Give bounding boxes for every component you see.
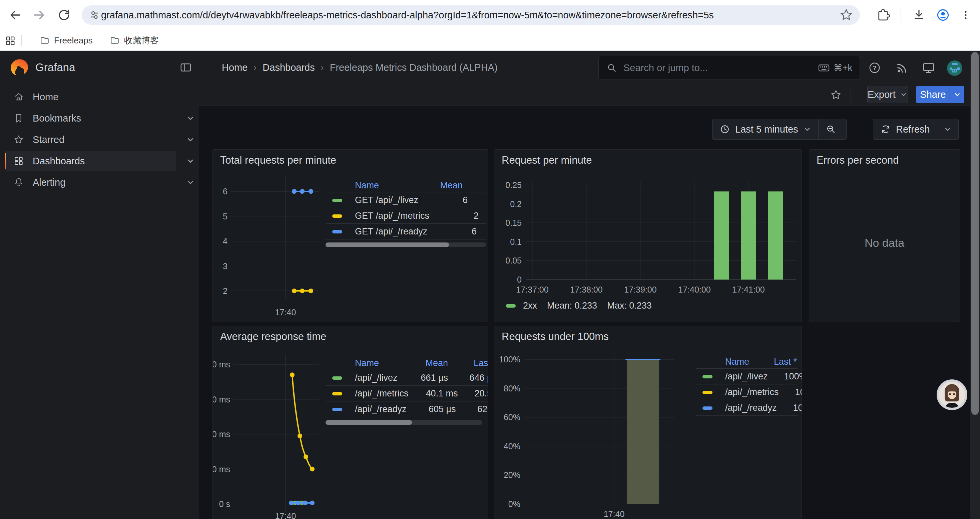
svg-text:60 ms: 60 ms xyxy=(213,395,230,404)
sidebar-item-dashboards[interactable]: Dashboards xyxy=(5,151,176,171)
breadcrumb-home[interactable]: Home xyxy=(222,62,248,73)
svg-text:80 ms: 80 ms xyxy=(213,360,230,369)
svg-text:17:37:00: 17:37:00 xyxy=(516,285,548,294)
search-icon xyxy=(606,62,617,73)
downloads-icon[interactable] xyxy=(912,8,926,22)
address-bar[interactable]: grafana.mathmast.com/d/deytv4rwavabkb/fr… xyxy=(82,5,860,25)
search-box[interactable]: ⌘+k xyxy=(598,56,860,80)
scrollbar-thumb[interactable] xyxy=(971,52,978,415)
bookmark-label: Freeleaps xyxy=(54,35,93,46)
sidebar-item-label: Bookmarks xyxy=(33,113,81,124)
chevron-down-icon[interactable] xyxy=(186,156,195,166)
breadcrumb-dashboards[interactable]: Dashboards xyxy=(262,62,315,73)
refresh-interval-dropdown[interactable] xyxy=(937,119,959,139)
series-color-swatch xyxy=(703,375,713,378)
legend-row[interactable]: /api/_/livez100% xyxy=(696,369,797,385)
legend-row[interactable]: GET /api/_/metrics2 xyxy=(326,208,486,224)
legend-h-scrollbar[interactable] xyxy=(326,243,486,247)
legend-row[interactable]: /api/_/metrics100% xyxy=(696,385,797,400)
export-button[interactable]: Export xyxy=(867,86,908,103)
legend-header[interactable]: NameMean xyxy=(326,179,486,192)
sidebar-toggle-icon[interactable] xyxy=(179,61,192,74)
legend-row[interactable]: GET /api/_/livez6 xyxy=(326,192,486,208)
refresh-button[interactable]: Refresh xyxy=(873,119,937,139)
series-color-swatch xyxy=(332,199,342,202)
site-info-icon[interactable] xyxy=(88,8,101,22)
news-rss-icon[interactable] xyxy=(895,61,908,75)
sidebar-item-alerting[interactable]: Alerting xyxy=(5,172,176,192)
grafana-logo[interactable] xyxy=(10,58,28,77)
browser-back-button[interactable] xyxy=(8,8,22,22)
series-color-swatch xyxy=(332,408,342,411)
browser-reload-button[interactable] xyxy=(57,8,72,22)
bookmark-star-icon[interactable] xyxy=(839,8,853,22)
chevron-down-icon[interactable] xyxy=(186,135,195,144)
svg-text:100%: 100% xyxy=(499,355,520,364)
assistant-avatar[interactable] xyxy=(936,379,968,411)
requests-under-100ms-chart[interactable]: 100%80%60%40%20%0%17:40 xyxy=(494,326,694,519)
legend-h-scrollbar[interactable] xyxy=(326,420,482,425)
series-color-swatch xyxy=(332,376,342,380)
sidebar-item-bookmarks[interactable]: Bookmarks xyxy=(5,108,176,128)
time-range-picker[interactable]: Last 5 minutes xyxy=(713,119,818,139)
series-legend[interactable]: 2xx Mean: 0.233 Max: 0.233 xyxy=(506,300,652,311)
chevron-down-icon[interactable] xyxy=(186,178,195,187)
svg-text:2: 2 xyxy=(223,286,228,295)
svg-text:80%: 80% xyxy=(504,384,520,393)
svg-text:4: 4 xyxy=(223,236,228,246)
zoom-out-button[interactable] xyxy=(819,119,843,139)
chevron-down-icon xyxy=(803,125,811,134)
legend-row[interactable]: GET /api/_/readyz6 xyxy=(326,224,486,240)
profile-icon[interactable] xyxy=(935,8,950,22)
refresh-icon xyxy=(880,124,891,135)
dashboard-canvas: Last 5 minutes Refresh Total requests pe… xyxy=(199,105,970,519)
url-text[interactable]: grafana.mathmast.com/d/deytv4rwavabkb/fr… xyxy=(101,10,714,21)
panel-title[interactable]: Errors per second xyxy=(816,154,899,166)
chevron-down-icon[interactable] xyxy=(186,113,195,123)
browser-menu-icon[interactable] xyxy=(958,8,973,22)
clock-icon xyxy=(719,124,730,135)
grafana-app: Grafana Home › Dashboards › Freeleaps Me… xyxy=(0,51,980,519)
dashboard-actions-bar: Export Share xyxy=(199,84,970,105)
breadcrumb-separator: › xyxy=(321,62,324,73)
search-input[interactable] xyxy=(623,62,818,74)
share-dropdown-button[interactable] xyxy=(950,86,964,103)
legend-row[interactable]: /api/_/livez661 µs646 µs xyxy=(326,370,488,386)
chevron-down-icon xyxy=(943,125,952,134)
favorite-star-icon[interactable] xyxy=(830,89,842,101)
bookmark-folder-blogs[interactable]: 收藏博客 xyxy=(106,33,162,48)
legend-row[interactable]: /api/_/readyz605 µs620 µs xyxy=(326,401,488,417)
help-icon[interactable]: ? xyxy=(868,61,881,75)
svg-text:6: 6 xyxy=(223,187,228,196)
chevron-down-icon xyxy=(953,90,962,99)
extensions-icon[interactable] xyxy=(876,8,890,22)
panel-average-response-time: Average response time 80 ms60 ms40 ms20 … xyxy=(213,326,488,519)
keyboard-icon xyxy=(818,61,830,74)
bookmark-folder-freeleaps[interactable]: Freeleaps xyxy=(36,33,96,48)
search-shortcut: ⌘+k xyxy=(818,61,852,74)
monitor-icon[interactable] xyxy=(922,61,935,75)
sidebar-item-home[interactable]: Home xyxy=(5,87,176,107)
browser-forward-button[interactable] xyxy=(32,8,47,22)
bookmarks-bar: Freeleaps 收藏博客 xyxy=(0,30,980,51)
apps-grid-icon[interactable] xyxy=(5,35,16,46)
request-per-minute-chart[interactable]: 0.250.20.150.10.05017:37:0017:38:0017:39… xyxy=(494,150,802,300)
grafana-header: Grafana Home › Dashboards › Freeleaps Me… xyxy=(0,51,980,84)
legend-row[interactable]: /api/_/readyz100% xyxy=(696,400,797,416)
svg-text:0.2: 0.2 xyxy=(510,200,522,209)
svg-text:40 ms: 40 ms xyxy=(213,430,230,439)
share-button[interactable]: Share xyxy=(916,86,950,103)
user-avatar[interactable] xyxy=(947,61,960,74)
sidebar-item-starred[interactable]: Starred xyxy=(5,129,176,150)
svg-text:?: ? xyxy=(873,64,876,72)
series-color-swatch xyxy=(332,392,342,395)
bookmarks-divider xyxy=(21,35,22,46)
svg-text:17:40: 17:40 xyxy=(275,308,296,317)
legend-row[interactable]: /api/_/metrics40.1 ms20.5 ms xyxy=(326,386,488,401)
legend-header[interactable]: NameLast * xyxy=(696,355,797,369)
svg-text:0 s: 0 s xyxy=(219,499,230,509)
svg-text:5: 5 xyxy=(223,212,228,221)
page-scrollbar[interactable] xyxy=(970,51,980,519)
actions-divider xyxy=(851,88,851,102)
legend-header[interactable]: NameMeanLast * xyxy=(326,357,488,370)
